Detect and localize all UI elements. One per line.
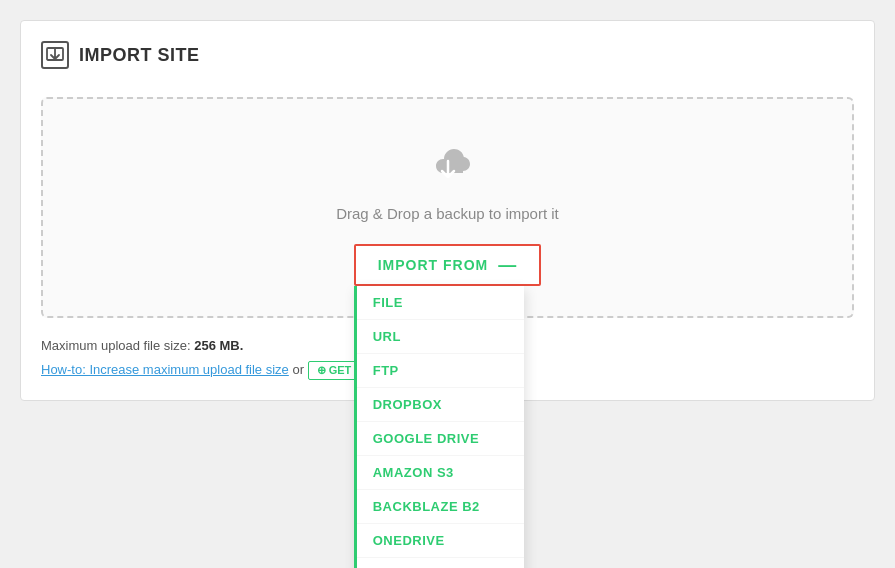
dropdown-item-dropbox[interactable]: DROPBOX [357, 388, 524, 422]
import-site-icon [41, 41, 69, 69]
dropdown-item-file[interactable]: FILE [357, 286, 524, 320]
dropdown-item-amazon-s3[interactable]: AMAZON S3 [357, 456, 524, 490]
page-container: IMPORT SITE Drag & Drop a backup to impo… [20, 20, 875, 401]
dropzone[interactable]: Drag & Drop a backup to import it IMPORT… [41, 97, 854, 318]
dropdown-item-onedrive[interactable]: ONEDRIVE [357, 524, 524, 558]
import-source-dropdown: FILEURLFTPDROPBOXGOOGLE DRIVEAMAZON S3BA… [354, 286, 524, 568]
dropdown-item-box[interactable]: BOX [357, 558, 524, 568]
dropdown-item-ftp[interactable]: FTP [357, 354, 524, 388]
max-upload-value: 256 MB. [194, 338, 243, 353]
import-from-wrapper: IMPORT FROM — FILEURLFTPDROPBOXGOOGLE DR… [354, 244, 542, 286]
dropdown-item-backblaze-b2[interactable]: BACKBLAZE B2 [357, 490, 524, 524]
or-text: or [292, 362, 307, 377]
upload-cloud-icon [418, 139, 478, 193]
drag-drop-text: Drag & Drop a backup to import it [336, 205, 559, 222]
minus-icon: — [498, 256, 517, 274]
max-upload-label: Maximum upload file size: [41, 338, 191, 353]
import-from-button[interactable]: IMPORT FROM — [354, 244, 542, 286]
import-from-label: IMPORT FROM [378, 257, 489, 273]
dropdown-item-google-drive[interactable]: GOOGLE DRIVE [357, 422, 524, 456]
page-header: IMPORT SITE [41, 41, 854, 79]
page-title: IMPORT SITE [79, 45, 200, 66]
dropdown-item-url[interactable]: URL [357, 320, 524, 354]
howto-link[interactable]: How-to: Increase maximum upload file siz… [41, 362, 289, 377]
